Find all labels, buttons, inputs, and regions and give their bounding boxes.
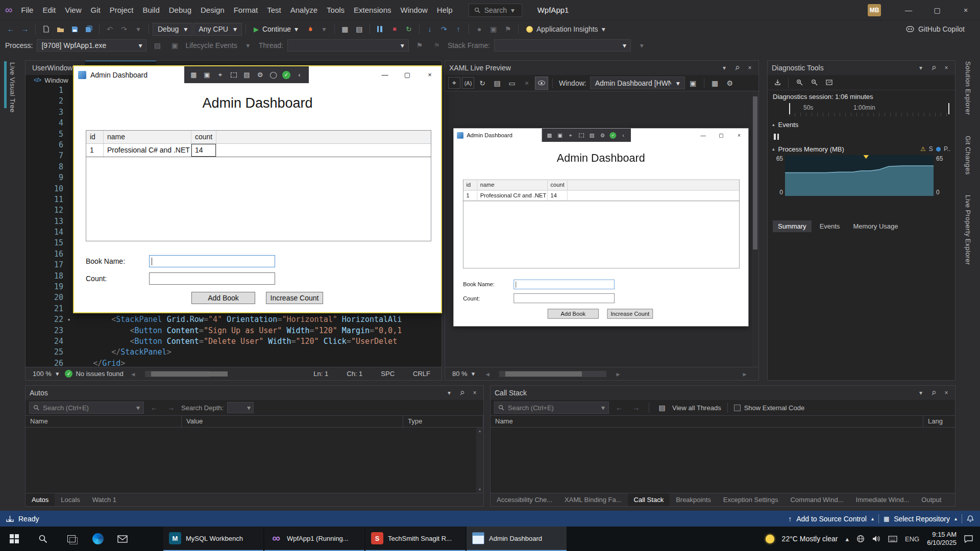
chevron-up-icon[interactable]: ▴ <box>954 516 957 521</box>
menu-item[interactable]: Git <box>86 3 105 17</box>
vertical-scrollbar[interactable]: ▴ ▾ <box>476 428 483 493</box>
task-view-button[interactable] <box>57 527 86 551</box>
column-name[interactable]: Name <box>491 416 923 427</box>
stop-debugging-icon[interactable]: ■ <box>388 22 401 36</box>
navigate-back-icon[interactable]: ← <box>4 22 17 36</box>
scrollbar-thumb[interactable] <box>505 371 582 377</box>
toolbar-overflow-icon[interactable]: ▾ <box>635 39 648 52</box>
taskbar-app-button[interactable]: TechSmith Snagit R... <box>365 527 465 551</box>
scrollbar-thumb[interactable] <box>753 96 757 249</box>
diagnostics-timeline[interactable]: 50s 1:00min <box>772 103 951 116</box>
reset-view-icon[interactable] <box>822 76 836 89</box>
search-next-icon[interactable]: → <box>629 401 643 414</box>
quick-search[interactable]: Search ▾ <box>469 4 522 17</box>
taskbar-app-button[interactable]: MySQL Workbench <box>163 527 263 551</box>
diagnostics-tab[interactable]: Summary <box>773 220 812 232</box>
horizontal-scrollbar[interactable] <box>499 371 606 377</box>
call-stack-body[interactable] <box>491 428 955 493</box>
tool-tab[interactable]: Locals <box>55 493 86 506</box>
scroll-right-icon[interactable]: ▸ <box>611 367 625 381</box>
restart-icon[interactable]: ↻ <box>402 22 415 36</box>
menu-item[interactable]: View <box>60 3 86 17</box>
search-input[interactable] <box>508 404 598 412</box>
flag-outline-icon[interactable]: ⚑ <box>430 39 444 52</box>
settings-icon[interactable]: ⚙ <box>254 69 266 80</box>
weather-text[interactable]: 22°C Mostly clear <box>782 535 838 543</box>
menu-item[interactable]: Test <box>262 3 286 17</box>
pin-icon[interactable] <box>457 388 467 397</box>
layout-adorners-icon[interactable] <box>228 69 239 80</box>
preview-window-select[interactable]: Admin Dashboard [HWN ▾ <box>590 77 685 89</box>
show-external-code-label[interactable]: Show External Code <box>744 404 805 412</box>
close-icon[interactable]: × <box>470 388 479 397</box>
preview-zoom-select[interactable]: 80 %▾ <box>449 370 478 378</box>
zoom-select[interactable]: 100 %▾ <box>30 370 62 378</box>
save-icon[interactable] <box>68 22 81 36</box>
grid-overlay-icon[interactable]: ▦ <box>708 77 722 90</box>
taskbar-app-button[interactable]: Admin Dashboard <box>467 527 567 551</box>
solution-platform-select[interactable]: Any CPU▾ <box>193 23 242 36</box>
track-element-icon[interactable]: ▤ <box>241 69 253 80</box>
refresh-icon[interactable]: ↻ <box>476 77 489 90</box>
accessibility-checker-icon[interactable]: ◯ <box>267 69 279 80</box>
search-prev-icon[interactable]: ← <box>612 401 626 414</box>
hot-reload-dropdown-icon[interactable]: ▾ <box>317 22 331 36</box>
books-datagrid[interactable]: id name count 1 Professional C# and .NET… <box>86 130 431 241</box>
tool-tab[interactable]: Autos <box>26 493 55 506</box>
navigate-forward-icon[interactable]: → <box>18 22 32 36</box>
tool-tab[interactable]: Accessibility Che... <box>491 493 558 506</box>
hidden-icons-chevron[interactable]: ▴ <box>845 535 849 543</box>
lifecycle-dropdown-icon[interactable]: ▾ <box>241 39 255 52</box>
tool-tab[interactable]: Exception Settings <box>717 493 785 506</box>
element-tree-icon[interactable]: ▤ <box>491 77 504 90</box>
menu-item[interactable]: Debug <box>164 3 196 17</box>
column-name[interactable]: Name <box>26 416 182 427</box>
view-all-threads-label[interactable]: View all Threads <box>672 404 721 412</box>
window-menu-icon[interactable]: ▾ <box>445 388 454 397</box>
open-folder-icon[interactable] <box>54 22 67 36</box>
app-maximize-button[interactable]: ▢ <box>396 66 419 83</box>
notifications-bell-icon[interactable] <box>967 515 974 522</box>
taskbar-search-button[interactable] <box>29 527 57 551</box>
pin-icon[interactable] <box>929 63 938 72</box>
account-badge[interactable]: MB <box>868 4 881 16</box>
lifecycle-camera-icon[interactable]: ▣ <box>168 39 181 52</box>
menu-item[interactable]: Build <box>138 3 164 17</box>
column-count[interactable]: count <box>191 131 216 143</box>
menu-item[interactable]: Format <box>229 3 263 17</box>
select-repository-button[interactable]: Select Repository <box>894 515 950 523</box>
taskbar-app-button[interactable]: WpfApp1 (Running... <box>264 527 364 551</box>
process-select[interactable]: [9708] WpfApp1.exe▾ <box>37 39 146 52</box>
step-into-icon[interactable]: ↓ <box>423 22 436 36</box>
window-menu-icon[interactable]: ▾ <box>916 388 925 397</box>
book-name-input[interactable] <box>149 255 275 267</box>
window-menu-icon[interactable]: ▾ <box>916 63 925 72</box>
zoom-in-icon[interactable] <box>793 76 806 89</box>
count-input[interactable] <box>149 272 275 285</box>
pinned-edge-button[interactable] <box>86 527 110 551</box>
process-list-icon[interactable]: ▤ <box>151 39 164 52</box>
scroll-left-icon[interactable]: ◂ <box>481 367 494 381</box>
github-copilot-button[interactable]: GitHub Copilot <box>906 25 976 33</box>
background-tasks-icon[interactable] <box>6 515 14 522</box>
memory-section-header[interactable]: ▴ Process Memory (MB) ⚠ S P.. <box>768 143 955 155</box>
app-title-bar[interactable]: Admin Dashboard ▦ ▣ ⌖ ▤ ⚙ ◯ ✓ ‹ — ▢ × <box>74 66 441 83</box>
increase-count-button[interactable]: Increase Count <box>266 292 323 304</box>
search-box[interactable]: ▾ <box>494 402 609 414</box>
flag-icon[interactable]: ⚑ <box>413 39 426 52</box>
previewed-app-window[interactable]: Admin Dashboard ▦ ▣ ⌖ ▤ ⚙ ✓ ‹ — <box>453 128 748 327</box>
search-prev-icon[interactable]: ← <box>148 401 161 414</box>
events-section-header[interactable]: ▴ Events <box>768 118 955 131</box>
tool-window-tab[interactable]: Solution Explorer <box>964 61 972 115</box>
scrollbar-thumb[interactable] <box>151 371 228 377</box>
diagnostics-icon[interactable]: ⚑ <box>501 22 514 36</box>
column-type[interactable]: Type <box>403 416 483 427</box>
datagrid-header[interactable]: id name count <box>86 131 431 144</box>
admin-dashboard-window[interactable]: Admin Dashboard ▦ ▣ ⌖ ▤ ⚙ ◯ ✓ ‹ — ▢ × Ad… <box>73 65 442 313</box>
close-button[interactable]: × <box>951 0 980 20</box>
column-value[interactable]: Value <box>182 416 403 427</box>
tool-tab[interactable]: Immediate Wind... <box>850 493 916 506</box>
tool-window-tab-live-visual-tree[interactable]: Live Visual Tree <box>9 62 16 113</box>
preview-canvas[interactable]: Admin Dashboard ▦ ▣ ⌖ ▤ ⚙ ✓ ‹ — <box>445 91 758 367</box>
menu-item[interactable]: Design <box>196 3 229 17</box>
